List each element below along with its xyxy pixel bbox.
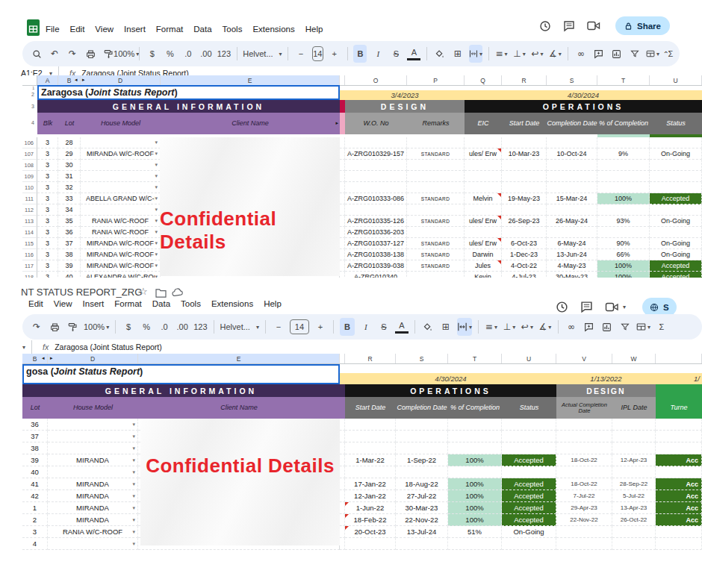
- zoom-select[interactable]: 100%▾: [119, 45, 133, 63]
- row-number[interactable]: 107: [22, 148, 37, 160]
- cell-lot[interactable]: 36: [58, 227, 81, 238]
- more-formats-button[interactable]: 123: [217, 45, 231, 63]
- cell-start-date[interactable]: [502, 160, 547, 171]
- cell-start-date[interactable]: 26-Sep-23: [502, 216, 547, 227]
- row-number[interactable]: 111: [22, 193, 37, 204]
- cell-status[interactable]: [650, 182, 702, 193]
- collapse-toolbar-icon[interactable]: ⌃: [663, 50, 669, 58]
- cell-eic[interactable]: [465, 204, 502, 216]
- formula-input[interactable]: Zaragosa (Joint Status Report): [55, 343, 162, 351]
- cell-start-date[interactable]: 1-Dec-23: [502, 249, 547, 260]
- cell-house-model[interactable]: RANIA W/C-ROOF▾: [81, 227, 161, 238]
- cell-start-date[interactable]: 17-Jan-22: [345, 478, 396, 490]
- font-select[interactable]: Helvet...▾: [220, 318, 259, 336]
- cell-wo-no[interactable]: A-ZRG010337-127: [345, 238, 407, 249]
- cell-pct-completion[interactable]: 51%: [448, 526, 502, 538]
- google-sheets-icon[interactable]: [27, 19, 40, 36]
- percent-format-button[interactable]: %: [164, 45, 177, 63]
- cell-pct-completion[interactable]: 100%: [448, 454, 502, 466]
- cell-remarks[interactable]: STANDARD: [407, 148, 465, 160]
- cell-completion-date[interactable]: [547, 227, 597, 238]
- search-icon[interactable]: [30, 45, 43, 63]
- cell-start-date[interactable]: 4-Oct-22: [502, 260, 547, 272]
- col-header-S[interactable]: S: [396, 354, 448, 363]
- menu-item-tools[interactable]: Tools: [181, 299, 201, 308]
- cell-remarks[interactable]: [407, 204, 465, 216]
- cell-ipl-date[interactable]: 12-Apr-23: [612, 454, 656, 466]
- cell-status[interactable]: [650, 204, 702, 216]
- insert-chart-icon[interactable]: [600, 318, 614, 336]
- dropdown-arrow-icon[interactable]: ▾: [155, 173, 158, 179]
- borders-icon[interactable]: ⊞: [439, 318, 453, 336]
- cell-lot[interactable]: 4: [22, 538, 48, 550]
- dropdown-arrow-icon[interactable]: ▾: [155, 184, 158, 190]
- cell-status[interactable]: [502, 538, 556, 550]
- star-icon[interactable]: ☆: [139, 286, 148, 297]
- dropdown-arrow-icon[interactable]: ▾: [132, 434, 135, 440]
- cell-status[interactable]: On-Going: [650, 216, 702, 227]
- sheet-views-icon[interactable]: ▾: [636, 318, 650, 336]
- fill-color-icon[interactable]: [433, 45, 447, 63]
- cell-wo-no[interactable]: A-ZRG010340: [345, 272, 407, 278]
- cell-house-model[interactable]: ▾: [81, 171, 161, 182]
- sheet-views-icon[interactable]: ▾: [646, 45, 659, 63]
- dropdown-arrow-icon[interactable]: ▾: [155, 140, 158, 146]
- cell-pct-completion[interactable]: [597, 204, 650, 216]
- cell-completion-date[interactable]: 10-Oct-24: [547, 148, 597, 160]
- cell-completion-date[interactable]: 18-Aug-22: [396, 478, 448, 490]
- menu-item-edit[interactable]: Edit: [28, 299, 43, 308]
- cell-ipl-date[interactable]: 13-Apr-23: [612, 502, 656, 514]
- text-wrap-button[interactable]: ↩▾: [530, 45, 544, 63]
- cell-blk[interactable]: 3: [37, 238, 58, 249]
- strikethrough-button[interactable]: S: [377, 318, 391, 336]
- cell-eic[interactable]: Darwin: [465, 249, 502, 260]
- col-header-T[interactable]: T: [448, 354, 502, 363]
- cell-status[interactable]: Accepted: [650, 260, 702, 272]
- cell-pct-completion[interactable]: [597, 171, 650, 182]
- cell-status[interactable]: [650, 137, 702, 148]
- cell-lot[interactable]: 38: [22, 442, 48, 454]
- header-turnover[interactable]: Turne: [656, 397, 702, 419]
- row-number[interactable]: 109: [22, 171, 37, 182]
- cell-lot[interactable]: 37: [58, 238, 81, 249]
- cloud-status-icon[interactable]: [172, 288, 184, 297]
- col-header-E[interactable]: E: [161, 75, 340, 85]
- menu-item-view[interactable]: View: [54, 299, 72, 308]
- decrease-decimal-button[interactable]: .0: [181, 45, 195, 63]
- row-header-1[interactable]: 1: [24, 86, 34, 90]
- header-remarks[interactable]: Remarks: [407, 113, 465, 134]
- cell-house-model[interactable]: ABELLA GRAND W/C-RC▾: [81, 193, 161, 204]
- cell-status[interactable]: [650, 227, 702, 238]
- cell-eic[interactable]: ules/ Erw: [465, 216, 502, 227]
- cell-start-date[interactable]: [345, 538, 396, 550]
- dropdown-arrow-icon[interactable]: ▾: [155, 240, 158, 246]
- cell-status[interactable]: [650, 160, 702, 171]
- cell-blk[interactable]: 3: [37, 160, 58, 171]
- col-header-E[interactable]: E: [138, 354, 340, 363]
- strikethrough-button[interactable]: S: [389, 45, 403, 63]
- meet-arrow-icon[interactable]: ▾: [623, 304, 626, 310]
- cell-house-model[interactable]: ▾: [48, 431, 138, 442]
- cell-lot[interactable]: 41: [22, 478, 48, 490]
- cell-completion-date[interactable]: [547, 204, 597, 216]
- dropdown-arrow-icon[interactable]: ▾: [155, 162, 158, 168]
- cell-remarks[interactable]: [407, 272, 465, 278]
- cell-start-date[interactable]: 1-Jun-22: [345, 502, 396, 514]
- hidden-column-right-icon[interactable]: ▸: [50, 355, 53, 361]
- text-rotation-button[interactable]: ∡▾: [538, 318, 552, 336]
- col-header-P[interactable]: P: [407, 75, 465, 85]
- cell-pct-completion[interactable]: [448, 419, 502, 431]
- header-wo-no[interactable]: W.O. No: [345, 113, 407, 134]
- menu-item-format[interactable]: Format: [114, 299, 141, 308]
- header-lot[interactable]: Lot: [58, 113, 81, 134]
- cell-house-model[interactable]: ▾: [81, 137, 161, 148]
- cell-lot[interactable]: 29: [58, 148, 81, 160]
- cell-eic[interactable]: [465, 227, 502, 238]
- cell-lot[interactable]: 35: [58, 216, 81, 227]
- cell-status[interactable]: [502, 431, 556, 442]
- cell-ipl-date[interactable]: [612, 419, 656, 431]
- hidden-cols-strip[interactable]: [340, 354, 345, 363]
- cell-lot[interactable]: 28: [58, 137, 81, 148]
- cell-house-model[interactable]: MIRANDA W/C-ROOF▾: [81, 249, 161, 260]
- header-status[interactable]: Status: [650, 113, 702, 134]
